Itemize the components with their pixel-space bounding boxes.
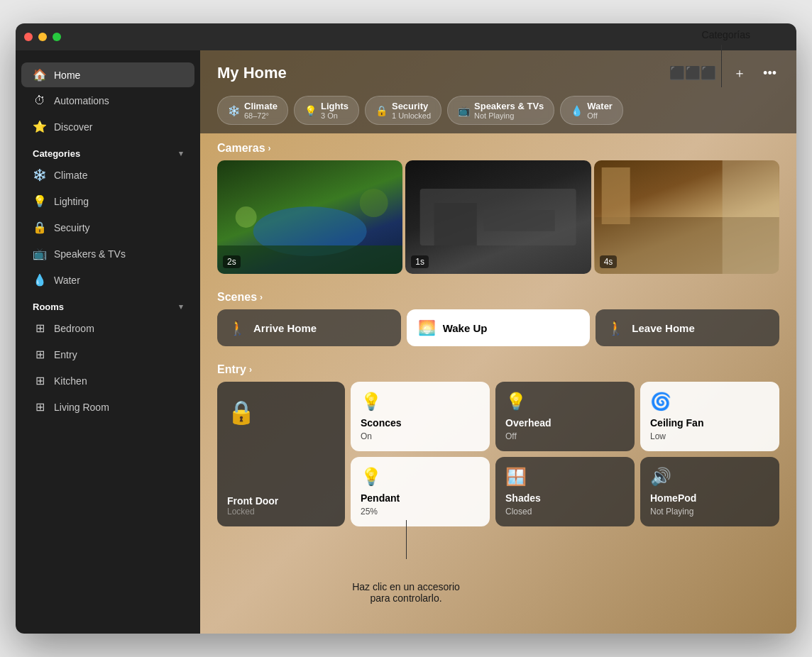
camera-grid: 2s 1s (200, 160, 796, 282)
arrive-home-label: Arrive Home (253, 322, 317, 334)
siri-button[interactable]: ⬛⬛⬛ (666, 62, 719, 84)
svg-rect-1 (218, 245, 402, 274)
device-front-door[interactable]: 🔒 Front Door Locked (217, 382, 345, 526)
sidebar-item-water[interactable]: 💧 Water (21, 267, 194, 292)
main-header: My Home ⬛⬛⬛ ＋ ••• (200, 50, 796, 90)
sidebar-item-home[interactable]: 🏠 Home (21, 62, 194, 87)
sidebar-discover-label: Discover (54, 121, 92, 133)
living-room-icon: ⊞ (33, 400, 47, 414)
arrive-home-icon: 🚶 (229, 319, 246, 336)
scenes-section-header[interactable]: Scenes › (200, 282, 796, 309)
pill-speakers[interactable]: 📺 Speakers & TVs Not Playing (447, 96, 554, 125)
entry-grid: 🔒 Front Door Locked 💡 Sconces On (200, 382, 796, 541)
sidebar-security-label: Secuirty (54, 222, 90, 233)
pill-lights-sub: 3 On (321, 111, 349, 120)
sidebar-item-living-room[interactable]: ⊞ Living Room (21, 394, 194, 419)
entry-section-header[interactable]: Entry › (200, 355, 796, 382)
categories-header-label: Categories (33, 148, 80, 159)
discover-icon: ⭐ (33, 120, 47, 133)
home-icon: 🏠 (33, 68, 47, 82)
lighting-icon: 💡 (33, 194, 47, 208)
device-overhead[interactable]: 💡 Overhead Off (495, 382, 635, 451)
pill-security-label: Security (392, 101, 431, 111)
cameras-section-header[interactable]: Cameras › (200, 133, 796, 160)
climate-icon: ❄️ (33, 168, 47, 182)
pill-speakers-icon: 📺 (458, 105, 470, 116)
pill-speakers-text: Speakers & TVs Not Playing (474, 101, 544, 120)
water-icon: 💧 (33, 273, 47, 287)
header-actions: ⬛⬛⬛ ＋ ••• (666, 62, 779, 84)
pill-security-icon: 🔒 (375, 105, 388, 116)
sidebar-water-label: Water (54, 275, 80, 286)
sidebar-item-security[interactable]: 🔒 Secuirty (21, 215, 194, 240)
callout-accessories-line (406, 520, 407, 559)
camera-living[interactable]: 4s (594, 160, 779, 274)
overhead-status: Off (505, 431, 625, 441)
sidebar-item-entry[interactable]: ⊞ Entry (21, 342, 194, 367)
scene-wake-up[interactable]: 🌅 Wake Up (407, 309, 591, 346)
pill-lights-label: Lights (321, 101, 349, 111)
maximize-button[interactable] (53, 33, 61, 41)
sidebar-bedroom-label: Bedroom (54, 323, 94, 334)
device-ceiling-fan[interactable]: 🌀 Ceiling Fan Low (640, 382, 779, 451)
overhead-name: Overhead (505, 417, 625, 429)
entry-label: Entry (217, 363, 246, 376)
homepod-icon: 🔊 (650, 467, 769, 487)
front-door-lock-icon: 🔒 (227, 392, 256, 426)
pill-lights[interactable]: 💡 Lights 3 On (294, 96, 359, 125)
categories-section-header[interactable]: Categories ▾ (16, 140, 200, 162)
close-button[interactable] (24, 33, 33, 41)
scene-leave-home[interactable]: 🚶 Leave Home (596, 309, 779, 346)
sidebar-entry-label: Entry (54, 349, 77, 360)
more-button[interactable]: ••• (760, 63, 779, 84)
scenes-label: Scenes (217, 291, 257, 304)
sidebar-item-discover[interactable]: ⭐ Discover (21, 114, 194, 139)
svg-rect-9 (722, 160, 779, 274)
pill-climate-text: Climate 68–72° (244, 101, 278, 120)
pill-water[interactable]: 💧 Water Off (560, 96, 623, 125)
category-pills: ❄️ Climate 68–72° 💡 Lights 3 On (200, 90, 796, 133)
sidebar-item-kitchen[interactable]: ⊞ Kitchen (21, 368, 194, 393)
pendant-name: Pendant (361, 492, 480, 504)
scenes-row: 🚶 Arrive Home 🌅 Wake Up 🚶 Leave Home (200, 309, 796, 355)
svg-rect-8 (601, 167, 630, 224)
device-sconces[interactable]: 💡 Sconces On (351, 382, 490, 451)
device-pendant[interactable]: 💡 Pendant 25% (351, 457, 490, 526)
sidebar-climate-label: Climate (54, 170, 87, 181)
front-door-name: Front Door (227, 495, 278, 507)
sidebar-speakers-label: Speakers & TVs (54, 248, 126, 260)
pill-climate[interactable]: ❄️ Climate 68–72° (217, 96, 288, 125)
scene-arrive-home[interactable]: 🚶 Arrive Home (217, 309, 401, 346)
sidebar-item-bedroom[interactable]: ⊞ Bedroom (21, 316, 194, 341)
sidebar-item-speakers[interactable]: 📺 Speakers & TVs (21, 241, 194, 266)
minimize-button[interactable] (38, 33, 47, 41)
title-bar (16, 23, 796, 50)
camera-pool[interactable]: 2s (217, 160, 402, 274)
ceiling-fan-status: Low (650, 431, 769, 441)
pill-security[interactable]: 🔒 Security 1 Unlocked (365, 96, 441, 125)
callout-categories-line (721, 45, 722, 87)
camera-garage[interactable]: 1s (405, 160, 591, 274)
device-homepod[interactable]: 🔊 HomePod Not Playing (640, 457, 779, 526)
sidebar-item-automations[interactable]: ⏱ Automations (21, 89, 194, 113)
rooms-section-header[interactable]: Rooms ▾ (16, 293, 200, 315)
pill-climate-label: Climate (244, 101, 278, 111)
sidebar-item-climate[interactable]: ❄️ Climate (21, 162, 194, 187)
ceiling-fan-icon: 🌀 (650, 392, 769, 412)
pill-climate-sub: 68–72° (244, 111, 278, 120)
categories-chevron-icon: ▾ (179, 149, 183, 158)
sconces-status: On (361, 431, 480, 441)
svg-rect-5 (434, 203, 477, 245)
main-content: My Home ⬛⬛⬛ ＋ ••• ❄️ Climate 68–72° (200, 50, 796, 634)
shades-icon: 🪟 (505, 467, 625, 487)
leave-home-icon: 🚶 (607, 319, 625, 336)
sidebar-item-lighting[interactable]: 💡 Lighting (21, 189, 194, 214)
pill-water-icon: 💧 (571, 105, 583, 116)
add-button[interactable]: ＋ (730, 62, 749, 84)
pill-water-sub: Off (587, 111, 613, 120)
pendant-icon: 💡 (361, 467, 480, 487)
device-shades[interactable]: 🪟 Shades Closed (495, 457, 635, 526)
camera-pool-timer: 2s (223, 255, 241, 268)
sconces-icon: 💡 (361, 392, 480, 412)
sidebar: 🏠 Home ⏱ Automations ⭐ Discover Categori… (16, 50, 200, 634)
